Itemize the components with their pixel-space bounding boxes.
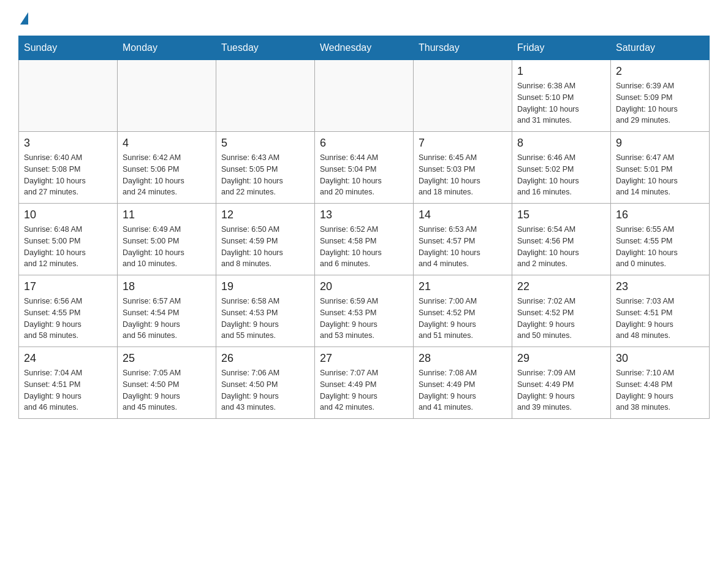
calendar-table: SundayMondayTuesdayWednesdayThursdayFrid… bbox=[18, 36, 710, 419]
day-number: 6 bbox=[320, 137, 408, 150]
day-number: 28 bbox=[419, 352, 507, 365]
calendar-cell: 24Sunrise: 7:04 AM Sunset: 4:51 PM Dayli… bbox=[19, 347, 118, 419]
calendar-cell: 4Sunrise: 6:42 AM Sunset: 5:06 PM Daylig… bbox=[118, 132, 216, 204]
day-info: Sunrise: 7:03 AM Sunset: 4:51 PM Dayligh… bbox=[616, 296, 704, 342]
day-number: 1 bbox=[517, 65, 605, 78]
day-info: Sunrise: 6:42 AM Sunset: 5:06 PM Dayligh… bbox=[123, 152, 211, 198]
calendar-cell: 9Sunrise: 6:47 AM Sunset: 5:01 PM Daylig… bbox=[611, 132, 710, 204]
calendar-cell: 6Sunrise: 6:44 AM Sunset: 5:04 PM Daylig… bbox=[315, 132, 414, 204]
calendar-cell: 23Sunrise: 7:03 AM Sunset: 4:51 PM Dayli… bbox=[611, 275, 710, 347]
calendar-cell: 11Sunrise: 6:49 AM Sunset: 5:00 PM Dayli… bbox=[118, 204, 216, 275]
day-info: Sunrise: 7:06 AM Sunset: 4:50 PM Dayligh… bbox=[221, 367, 309, 413]
weekday-header-tuesday: Tuesday bbox=[216, 36, 315, 60]
day-info: Sunrise: 6:58 AM Sunset: 4:53 PM Dayligh… bbox=[221, 296, 309, 342]
weekday-header-monday: Monday bbox=[118, 36, 216, 60]
calendar-cell: 18Sunrise: 6:57 AM Sunset: 4:54 PM Dayli… bbox=[118, 275, 216, 347]
calendar-cell bbox=[19, 60, 118, 132]
calendar-cell: 16Sunrise: 6:55 AM Sunset: 4:55 PM Dayli… bbox=[611, 204, 710, 275]
day-info: Sunrise: 7:08 AM Sunset: 4:49 PM Dayligh… bbox=[419, 367, 507, 413]
day-info: Sunrise: 6:50 AM Sunset: 4:59 PM Dayligh… bbox=[221, 224, 309, 270]
calendar-cell: 8Sunrise: 6:46 AM Sunset: 5:02 PM Daylig… bbox=[512, 132, 611, 204]
calendar-cell bbox=[315, 60, 414, 132]
day-number: 23 bbox=[616, 280, 704, 293]
day-number: 10 bbox=[24, 209, 112, 221]
day-info: Sunrise: 6:38 AM Sunset: 5:10 PM Dayligh… bbox=[517, 80, 605, 126]
calendar-cell: 28Sunrise: 7:08 AM Sunset: 4:49 PM Dayli… bbox=[414, 347, 512, 419]
calendar-cell: 19Sunrise: 6:58 AM Sunset: 4:53 PM Dayli… bbox=[216, 275, 315, 347]
calendar-cell: 29Sunrise: 7:09 AM Sunset: 4:49 PM Dayli… bbox=[512, 347, 611, 419]
day-number: 15 bbox=[517, 209, 605, 221]
logo bbox=[18, 12, 28, 23]
weekday-header-thursday: Thursday bbox=[414, 36, 512, 60]
day-info: Sunrise: 6:54 AM Sunset: 4:56 PM Dayligh… bbox=[517, 224, 605, 270]
day-info: Sunrise: 6:44 AM Sunset: 5:04 PM Dayligh… bbox=[320, 152, 408, 198]
day-info: Sunrise: 6:57 AM Sunset: 4:54 PM Dayligh… bbox=[123, 296, 211, 342]
calendar-cell bbox=[216, 60, 315, 132]
day-number: 5 bbox=[221, 137, 309, 150]
calendar-cell: 20Sunrise: 6:59 AM Sunset: 4:53 PM Dayli… bbox=[315, 275, 414, 347]
day-number: 17 bbox=[24, 280, 112, 293]
calendar-cell bbox=[414, 60, 512, 132]
day-info: Sunrise: 6:52 AM Sunset: 4:58 PM Dayligh… bbox=[320, 224, 408, 270]
day-number: 22 bbox=[517, 280, 605, 293]
day-number: 24 bbox=[24, 352, 112, 365]
weekday-header-sunday: Sunday bbox=[19, 36, 118, 60]
calendar-cell: 3Sunrise: 6:40 AM Sunset: 5:08 PM Daylig… bbox=[19, 132, 118, 204]
day-number: 18 bbox=[123, 280, 211, 293]
day-number: 13 bbox=[320, 209, 408, 221]
day-number: 7 bbox=[419, 137, 507, 150]
calendar-cell: 2Sunrise: 6:39 AM Sunset: 5:09 PM Daylig… bbox=[611, 60, 710, 132]
calendar-cell: 26Sunrise: 7:06 AM Sunset: 4:50 PM Dayli… bbox=[216, 347, 315, 419]
day-info: Sunrise: 7:05 AM Sunset: 4:50 PM Dayligh… bbox=[123, 367, 211, 413]
calendar-cell: 12Sunrise: 6:50 AM Sunset: 4:59 PM Dayli… bbox=[216, 204, 315, 275]
day-number: 3 bbox=[24, 137, 112, 150]
page-header bbox=[18, 12, 710, 23]
calendar-cell: 15Sunrise: 6:54 AM Sunset: 4:56 PM Dayli… bbox=[512, 204, 611, 275]
day-number: 21 bbox=[419, 280, 507, 293]
day-info: Sunrise: 7:00 AM Sunset: 4:52 PM Dayligh… bbox=[419, 296, 507, 342]
day-info: Sunrise: 6:56 AM Sunset: 4:55 PM Dayligh… bbox=[24, 296, 112, 342]
day-number: 20 bbox=[320, 280, 408, 293]
day-info: Sunrise: 7:04 AM Sunset: 4:51 PM Dayligh… bbox=[24, 367, 112, 413]
day-number: 11 bbox=[123, 209, 211, 221]
day-info: Sunrise: 7:02 AM Sunset: 4:52 PM Dayligh… bbox=[517, 296, 605, 342]
day-info: Sunrise: 6:59 AM Sunset: 4:53 PM Dayligh… bbox=[320, 296, 408, 342]
logo-triangle-icon bbox=[20, 12, 28, 25]
day-number: 19 bbox=[221, 280, 309, 293]
calendar-cell: 1Sunrise: 6:38 AM Sunset: 5:10 PM Daylig… bbox=[512, 60, 611, 132]
day-info: Sunrise: 7:09 AM Sunset: 4:49 PM Dayligh… bbox=[517, 367, 605, 413]
day-number: 26 bbox=[221, 352, 309, 365]
day-number: 27 bbox=[320, 352, 408, 365]
calendar-cell: 25Sunrise: 7:05 AM Sunset: 4:50 PM Dayli… bbox=[118, 347, 216, 419]
day-number: 14 bbox=[419, 209, 507, 221]
day-number: 9 bbox=[616, 137, 704, 150]
day-number: 30 bbox=[616, 352, 704, 365]
day-info: Sunrise: 6:49 AM Sunset: 5:00 PM Dayligh… bbox=[123, 224, 211, 270]
logo-line1 bbox=[18, 12, 28, 27]
calendar-cell: 14Sunrise: 6:53 AM Sunset: 4:57 PM Dayli… bbox=[414, 204, 512, 275]
calendar-cell bbox=[118, 60, 216, 132]
weekday-header-wednesday: Wednesday bbox=[315, 36, 414, 60]
day-number: 2 bbox=[616, 65, 704, 78]
day-info: Sunrise: 6:55 AM Sunset: 4:55 PM Dayligh… bbox=[616, 224, 704, 270]
calendar-cell: 7Sunrise: 6:45 AM Sunset: 5:03 PM Daylig… bbox=[414, 132, 512, 204]
day-info: Sunrise: 6:53 AM Sunset: 4:57 PM Dayligh… bbox=[419, 224, 507, 270]
day-info: Sunrise: 6:46 AM Sunset: 5:02 PM Dayligh… bbox=[517, 152, 605, 198]
day-info: Sunrise: 6:43 AM Sunset: 5:05 PM Dayligh… bbox=[221, 152, 309, 198]
calendar-cell: 5Sunrise: 6:43 AM Sunset: 5:05 PM Daylig… bbox=[216, 132, 315, 204]
weekday-header-saturday: Saturday bbox=[611, 36, 710, 60]
day-number: 16 bbox=[616, 209, 704, 221]
calendar-cell: 10Sunrise: 6:48 AM Sunset: 5:00 PM Dayli… bbox=[19, 204, 118, 275]
day-number: 4 bbox=[123, 137, 211, 150]
day-info: Sunrise: 6:45 AM Sunset: 5:03 PM Dayligh… bbox=[419, 152, 507, 198]
day-info: Sunrise: 7:10 AM Sunset: 4:48 PM Dayligh… bbox=[616, 367, 704, 413]
calendar-cell: 27Sunrise: 7:07 AM Sunset: 4:49 PM Dayli… bbox=[315, 347, 414, 419]
day-number: 12 bbox=[221, 209, 309, 221]
weekday-header-friday: Friday bbox=[512, 36, 611, 60]
calendar-cell: 13Sunrise: 6:52 AM Sunset: 4:58 PM Dayli… bbox=[315, 204, 414, 275]
day-info: Sunrise: 6:48 AM Sunset: 5:00 PM Dayligh… bbox=[24, 224, 112, 270]
day-number: 8 bbox=[517, 137, 605, 150]
calendar-cell: 22Sunrise: 7:02 AM Sunset: 4:52 PM Dayli… bbox=[512, 275, 611, 347]
day-info: Sunrise: 6:39 AM Sunset: 5:09 PM Dayligh… bbox=[616, 80, 704, 126]
calendar-cell: 21Sunrise: 7:00 AM Sunset: 4:52 PM Dayli… bbox=[414, 275, 512, 347]
